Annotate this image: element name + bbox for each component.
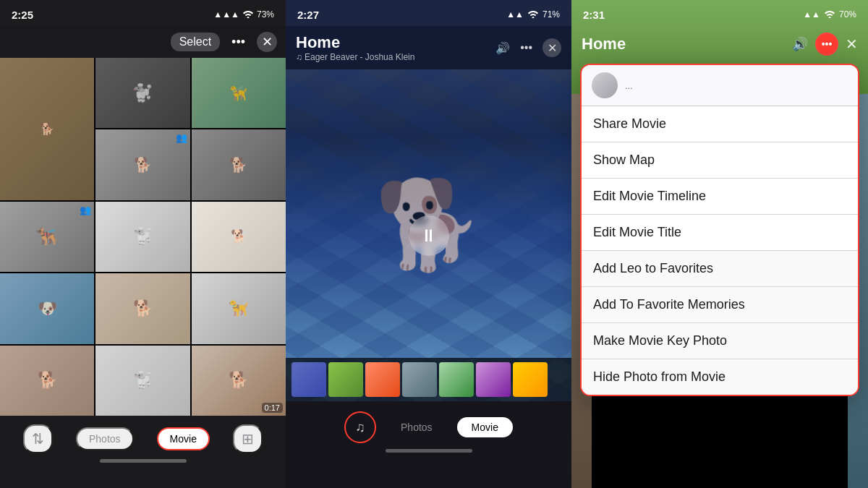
phone3-title: Home <box>582 35 626 53</box>
phone2-header-icons: 🔊 ••• ✕ <box>495 38 561 57</box>
tab-photos[interactable]: Photos <box>76 427 134 450</box>
phone2-video-area: 🐕 ⏸ <box>286 69 571 401</box>
home-indicator-1 <box>100 459 187 463</box>
thumbnail-6[interactable] <box>476 362 511 397</box>
phone3-sound-icon[interactable]: 🔊 <box>792 36 808 52</box>
phone3-header-actions: 🔊 ••• ✕ <box>792 33 858 56</box>
phone3-status-bar: 2:31 ▲▲ 70% <box>571 0 868 26</box>
select-button[interactable]: Select <box>171 33 220 51</box>
phone2-sound-icon[interactable]: 🔊 <box>495 41 510 55</box>
phone2-tab-bar: ♫ Photos Movie <box>286 401 571 449</box>
phone1: 2:25 ▲▲▲ 73% Select ••• ✕ 🐕 🐩 🦮 <box>0 0 286 488</box>
more-options-button[interactable]: ••• <box>231 35 245 50</box>
wifi-icon <box>242 9 254 20</box>
photo-cell-5[interactable]: 🐕 <box>192 129 286 200</box>
user-name: ... <box>625 80 633 91</box>
phone2-status-icons: ▲▲ 71% <box>506 9 560 20</box>
photo-cell-10[interactable]: 🐕 <box>95 273 190 343</box>
photo-cell-12[interactable]: 🐕 <box>0 346 94 416</box>
photo-cell-6[interactable]: 🐕‍🦺 👥 <box>0 202 94 272</box>
photo-grid: 🐕 🐩 🦮 🐕 👥 🐕 🐕‍🦺 👥 🐩 🐕 <box>0 58 286 416</box>
phone3-wifi-icon <box>824 9 835 20</box>
phone3-signal-icon: ▲▲ <box>803 9 820 20</box>
menu-item-add-favorites[interactable]: Add Leo to Favorites <box>582 251 858 287</box>
user-row: ... <box>582 65 858 106</box>
phone2-close-button[interactable]: ✕ <box>542 38 561 57</box>
menu-item-edit-title[interactable]: Edit Movie Title <box>582 215 858 251</box>
pause-button[interactable]: ⏸ <box>409 215 449 256</box>
phone2-title: Home <box>296 33 414 52</box>
photo-cell-8[interactable]: 🐕 <box>192 202 286 272</box>
tab-bar-1: ⇅ Photos Movie ⊞ <box>0 416 286 459</box>
thumbnail-7[interactable] <box>513 362 548 397</box>
menu-item-show-map[interactable]: Show Map <box>582 142 858 179</box>
phone3-header: Home 🔊 ••• ✕ <box>571 26 868 62</box>
phone3-battery: 70% <box>839 9 856 20</box>
battery-icon: 73% <box>257 9 274 20</box>
thumbnail-1[interactable] <box>292 362 326 397</box>
phone2-header: Home ♫ Eager Beaver - Joshua Klein 🔊 •••… <box>286 26 571 69</box>
phone2-battery: 71% <box>542 9 560 20</box>
pause-icon: ⏸ <box>420 226 438 246</box>
artist-name: - Joshua Klein <box>359 52 414 62</box>
three-dots-icon: ••• <box>822 38 833 50</box>
signal-icon: ▲▲▲ <box>213 9 239 20</box>
photo-cell-2[interactable]: 🐩 <box>95 58 190 128</box>
photo-cell-4[interactable]: 🐕 👥 <box>95 129 190 200</box>
phone1-status-bar: 2:25 ▲▲▲ 73% <box>0 0 286 26</box>
phone2: 2:27 ▲▲ 71% Home ♫ Eager Beaver - Joshua… <box>286 0 571 488</box>
tab-movie[interactable]: Movie <box>157 427 210 450</box>
thumbnail-3[interactable] <box>365 362 400 397</box>
photo-cell-1[interactable]: 🐕 <box>0 58 94 200</box>
phone2-thumbnails[interactable] <box>286 358 571 401</box>
home-indicator-2 <box>386 449 472 453</box>
phone1-bottom-bar: ⇅ Photos Movie ⊞ <box>0 416 286 488</box>
menu-item-share-movie[interactable]: Share Movie <box>582 106 858 142</box>
menu-item-hide-photo[interactable]: Hide Photo from Movie <box>582 359 858 395</box>
close-button[interactable]: ✕ <box>257 32 277 52</box>
photo-cell-14[interactable]: 🐕 0:17 <box>192 346 286 416</box>
phone3-time: 2:31 <box>583 9 605 21</box>
phone2-subtitle: ♫ Eager Beaver - Joshua Klein <box>296 52 414 62</box>
phone2-signal-icon: ▲▲ <box>506 9 524 20</box>
phone2-bottom-bar: ♫ Photos Movie <box>286 401 571 488</box>
menu-item-key-photo[interactable]: Make Movie Key Photo <box>582 323 858 359</box>
shared-badge: 👥 <box>176 132 187 143</box>
music-mode-button[interactable]: ♫ <box>344 411 376 443</box>
photo-cell-3[interactable]: 🦮 <box>192 58 286 128</box>
photo-cell-11[interactable]: 🦮 <box>192 273 286 343</box>
music-note-icon: ♫ <box>296 52 302 62</box>
photo-cell-7[interactable]: 🐩 <box>95 202 190 272</box>
duration-badge: 0:17 <box>262 403 283 413</box>
music-tab-icon: ♫ <box>355 420 365 435</box>
phone1-time: 2:25 <box>12 9 33 21</box>
phone2-status-bar: 2:27 ▲▲ 71% <box>286 0 571 26</box>
photo-cell-9[interactable]: 🐶 <box>0 273 94 343</box>
phone3: 2:31 ▲▲ 70% Home 🔊 ••• ✕ ... Share Movie <box>571 0 868 488</box>
thumbnail-5[interactable] <box>439 362 474 397</box>
phone3-close-button[interactable]: ✕ <box>846 35 858 53</box>
grid-view-button[interactable]: ⊞ <box>233 424 263 453</box>
thumbnail-4[interactable] <box>402 362 437 397</box>
user-avatar <box>592 72 618 98</box>
photo-cell-13[interactable]: 🐩 <box>95 346 190 416</box>
phone1-status-icons: ▲▲▲ 73% <box>213 9 274 20</box>
phone2-wifi-icon <box>527 9 539 20</box>
shared-badge2: 👥 <box>80 205 91 215</box>
phone1-toolbar: Select ••• ✕ <box>0 26 286 58</box>
phone3-status-icons: ▲▲ 70% <box>803 9 856 20</box>
tab2-photos[interactable]: Photos <box>386 417 447 437</box>
tab2-movie[interactable]: Movie <box>457 417 513 437</box>
phone2-more-button[interactable]: ••• <box>520 41 532 54</box>
dropdown-menu: ... Share Movie Show Map Edit Movie Time… <box>580 64 859 396</box>
menu-item-edit-timeline[interactable]: Edit Movie Timeline <box>582 179 858 215</box>
sort-button[interactable]: ⇅ <box>23 424 53 453</box>
thumbnail-2[interactable] <box>328 362 363 397</box>
phone2-time: 2:27 <box>297 9 319 21</box>
menu-item-add-memory[interactable]: Add To Favorite Memories <box>582 287 858 323</box>
phone3-more-button[interactable]: ••• <box>815 33 838 56</box>
phone2-title-block: Home ♫ Eager Beaver - Joshua Klein <box>296 33 414 62</box>
song-name: Eager Beaver <box>305 52 357 62</box>
